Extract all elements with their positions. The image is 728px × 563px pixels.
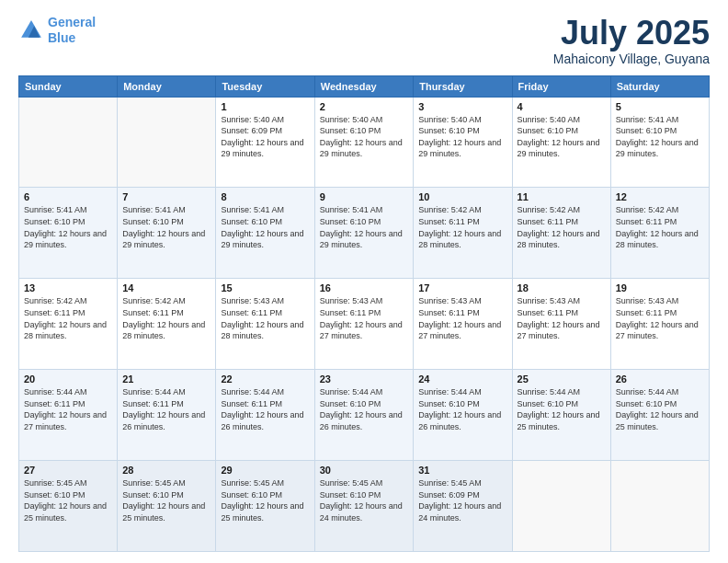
calendar-table: SundayMondayTuesdayWednesdayThursdayFrid… [18, 75, 710, 552]
calendar-cell: 10Sunrise: 5:42 AM Sunset: 6:11 PM Dayli… [414, 188, 512, 279]
day-info: Sunrise: 5:44 AM Sunset: 6:10 PM Dayligh… [616, 386, 704, 432]
calendar-cell: 15Sunrise: 5:43 AM Sunset: 6:11 PM Dayli… [216, 279, 314, 370]
day-info: Sunrise: 5:42 AM Sunset: 6:11 PM Dayligh… [518, 204, 606, 250]
calendar-week-1: 1Sunrise: 5:40 AM Sunset: 6:09 PM Daylig… [19, 97, 710, 188]
calendar-cell: 30Sunrise: 5:45 AM Sunset: 6:10 PM Dayli… [314, 461, 414, 552]
day-info: Sunrise: 5:41 AM Sunset: 6:10 PM Dayligh… [320, 204, 409, 250]
day-info: Sunrise: 5:41 AM Sunset: 6:10 PM Dayligh… [24, 204, 112, 250]
day-number: 3 [418, 101, 506, 112]
logo-text: General Blue [48, 15, 96, 46]
calendar-header-monday: Monday [118, 75, 216, 97]
calendar-cell: 29Sunrise: 5:45 AM Sunset: 6:10 PM Dayli… [216, 461, 314, 552]
day-number: 29 [221, 465, 309, 476]
day-info: Sunrise: 5:45 AM Sunset: 6:10 PM Dayligh… [24, 477, 112, 523]
day-number: 30 [320, 465, 409, 476]
day-info: Sunrise: 5:45 AM Sunset: 6:10 PM Dayligh… [122, 477, 210, 523]
calendar-header-tuesday: Tuesday [216, 75, 314, 97]
day-number: 26 [616, 373, 704, 385]
logo-line1: General [48, 15, 96, 29]
logo-line2: Blue [48, 30, 75, 45]
calendar-cell: 18Sunrise: 5:43 AM Sunset: 6:11 PM Dayli… [512, 279, 610, 370]
day-number: 19 [616, 282, 704, 293]
day-number: 20 [24, 373, 112, 385]
day-info: Sunrise: 5:44 AM Sunset: 6:11 PM Dayligh… [24, 386, 112, 432]
day-number: 1 [221, 101, 309, 112]
calendar-cell: 4Sunrise: 5:40 AM Sunset: 6:10 PM Daylig… [512, 97, 610, 188]
day-info: Sunrise: 5:40 AM Sunset: 6:10 PM Dayligh… [518, 114, 606, 160]
calendar-cell: 19Sunrise: 5:43 AM Sunset: 6:11 PM Dayli… [610, 279, 709, 370]
calendar-cell: 28Sunrise: 5:45 AM Sunset: 6:10 PM Dayli… [118, 461, 216, 552]
day-info: Sunrise: 5:42 AM Sunset: 6:11 PM Dayligh… [24, 295, 112, 341]
calendar-cell: 27Sunrise: 5:45 AM Sunset: 6:10 PM Dayli… [19, 461, 118, 552]
calendar-cell [19, 97, 118, 188]
day-number: 2 [320, 101, 409, 112]
calendar-cell: 7Sunrise: 5:41 AM Sunset: 6:10 PM Daylig… [118, 188, 216, 279]
calendar-header-saturday: Saturday [610, 75, 709, 97]
page: General Blue July 2025 Mahaicony Village… [0, 0, 728, 563]
calendar-week-4: 20Sunrise: 5:44 AM Sunset: 6:11 PM Dayli… [19, 370, 710, 461]
day-info: Sunrise: 5:44 AM Sunset: 6:10 PM Dayligh… [320, 386, 409, 432]
calendar-cell: 1Sunrise: 5:40 AM Sunset: 6:09 PM Daylig… [216, 97, 314, 188]
calendar-cell: 8Sunrise: 5:41 AM Sunset: 6:10 PM Daylig… [216, 188, 314, 279]
day-info: Sunrise: 5:43 AM Sunset: 6:11 PM Dayligh… [320, 295, 409, 341]
calendar-cell: 16Sunrise: 5:43 AM Sunset: 6:11 PM Dayli… [314, 279, 414, 370]
day-info: Sunrise: 5:45 AM Sunset: 6:09 PM Dayligh… [418, 477, 506, 523]
day-number: 7 [122, 191, 210, 202]
calendar-week-5: 27Sunrise: 5:45 AM Sunset: 6:10 PM Dayli… [19, 461, 710, 552]
day-number: 8 [221, 191, 309, 202]
calendar-cell: 9Sunrise: 5:41 AM Sunset: 6:10 PM Daylig… [314, 188, 414, 279]
day-number: 22 [221, 373, 309, 385]
day-info: Sunrise: 5:44 AM Sunset: 6:11 PM Dayligh… [122, 386, 210, 432]
day-info: Sunrise: 5:41 AM Sunset: 6:10 PM Dayligh… [122, 204, 210, 250]
day-info: Sunrise: 5:42 AM Sunset: 6:11 PM Dayligh… [122, 295, 210, 341]
day-info: Sunrise: 5:43 AM Sunset: 6:11 PM Dayligh… [418, 295, 506, 341]
day-info: Sunrise: 5:43 AM Sunset: 6:11 PM Dayligh… [221, 295, 309, 341]
day-number: 10 [418, 191, 506, 202]
main-title: July 2025 [553, 15, 710, 52]
day-info: Sunrise: 5:42 AM Sunset: 6:11 PM Dayligh… [616, 204, 704, 250]
day-info: Sunrise: 5:45 AM Sunset: 6:10 PM Dayligh… [320, 477, 409, 523]
day-number: 23 [320, 373, 409, 385]
calendar-header-row: SundayMondayTuesdayWednesdayThursdayFrid… [19, 75, 710, 97]
day-number: 4 [518, 101, 606, 112]
calendar-cell: 2Sunrise: 5:40 AM Sunset: 6:10 PM Daylig… [314, 97, 414, 188]
header: General Blue July 2025 Mahaicony Village… [18, 15, 710, 66]
calendar-cell: 23Sunrise: 5:44 AM Sunset: 6:10 PM Dayli… [314, 370, 414, 461]
day-info: Sunrise: 5:41 AM Sunset: 6:10 PM Dayligh… [221, 204, 309, 250]
calendar-header-friday: Friday [512, 75, 610, 97]
day-info: Sunrise: 5:45 AM Sunset: 6:10 PM Dayligh… [221, 477, 309, 523]
day-number: 17 [418, 282, 506, 293]
calendar-cell: 3Sunrise: 5:40 AM Sunset: 6:10 PM Daylig… [414, 97, 512, 188]
title-block: July 2025 Mahaicony Village, Guyana [553, 15, 710, 66]
day-number: 24 [418, 373, 506, 385]
calendar-cell [118, 97, 216, 188]
calendar-cell: 26Sunrise: 5:44 AM Sunset: 6:10 PM Dayli… [610, 370, 709, 461]
logo: General Blue [18, 15, 96, 46]
calendar-body: 1Sunrise: 5:40 AM Sunset: 6:09 PM Daylig… [19, 97, 710, 551]
day-number: 11 [518, 191, 606, 202]
calendar-cell: 24Sunrise: 5:44 AM Sunset: 6:10 PM Dayli… [414, 370, 512, 461]
calendar-cell: 22Sunrise: 5:44 AM Sunset: 6:11 PM Dayli… [216, 370, 314, 461]
day-info: Sunrise: 5:43 AM Sunset: 6:11 PM Dayligh… [616, 295, 704, 341]
day-number: 16 [320, 282, 409, 293]
day-number: 6 [24, 191, 112, 202]
calendar-cell: 11Sunrise: 5:42 AM Sunset: 6:11 PM Dayli… [512, 188, 610, 279]
day-info: Sunrise: 5:44 AM Sunset: 6:10 PM Dayligh… [418, 386, 506, 432]
calendar-cell: 6Sunrise: 5:41 AM Sunset: 6:10 PM Daylig… [19, 188, 118, 279]
day-number: 5 [616, 101, 704, 112]
calendar-header-wednesday: Wednesday [314, 75, 414, 97]
day-info: Sunrise: 5:44 AM Sunset: 6:11 PM Dayligh… [221, 386, 309, 432]
calendar-cell [610, 461, 709, 552]
calendar-header-sunday: Sunday [19, 75, 118, 97]
day-number: 27 [24, 465, 112, 476]
calendar-week-2: 6Sunrise: 5:41 AM Sunset: 6:10 PM Daylig… [19, 188, 710, 279]
calendar-cell: 20Sunrise: 5:44 AM Sunset: 6:11 PM Dayli… [19, 370, 118, 461]
calendar-cell: 13Sunrise: 5:42 AM Sunset: 6:11 PM Dayli… [19, 279, 118, 370]
day-number: 15 [221, 282, 309, 293]
day-number: 25 [518, 373, 606, 385]
day-number: 21 [122, 373, 210, 385]
calendar-cell: 17Sunrise: 5:43 AM Sunset: 6:11 PM Dayli… [414, 279, 512, 370]
day-info: Sunrise: 5:40 AM Sunset: 6:10 PM Dayligh… [418, 114, 506, 160]
day-number: 28 [122, 465, 210, 476]
day-number: 9 [320, 191, 409, 202]
